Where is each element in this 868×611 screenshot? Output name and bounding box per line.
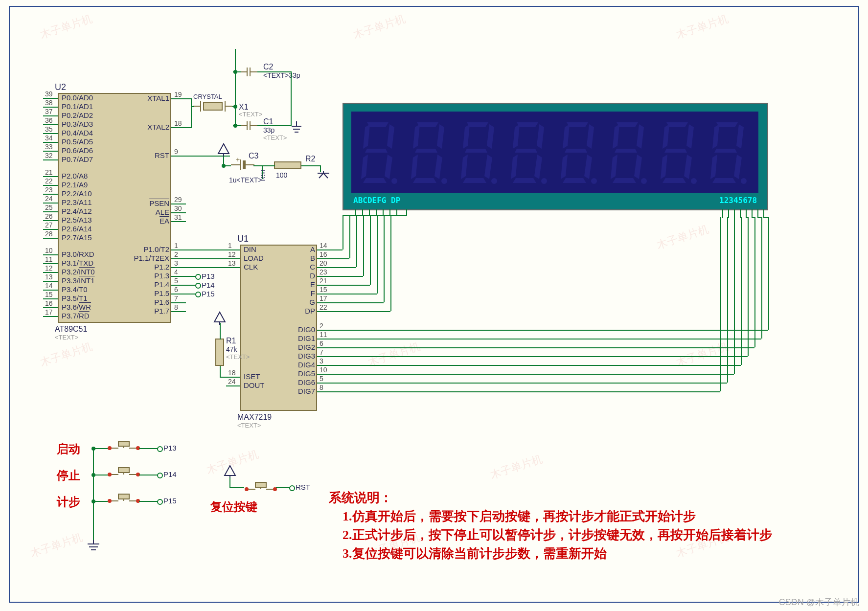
btn-stop-label: 停止	[57, 468, 80, 483]
pin-label: B	[310, 254, 315, 262]
pin-number: 21	[320, 277, 327, 285]
svg-marker-20	[461, 155, 468, 179]
c3-val: 1u<TEXT>	[229, 176, 262, 184]
pin-label: P3.2/INT0	[62, 268, 95, 276]
pin-number: 18	[174, 119, 182, 127]
pin-label: DIG4	[298, 361, 315, 369]
svg-marker-1	[387, 124, 394, 149]
svg-point-70	[108, 499, 112, 503]
svg-marker-2	[385, 155, 392, 179]
pin-number: 32	[45, 152, 53, 159]
pushbutton[interactable]	[107, 465, 141, 483]
pin-label: P2.0/A8	[62, 172, 88, 180]
pin-label: P3.6/WR	[62, 303, 91, 311]
svg-marker-29	[513, 124, 520, 149]
ground-icon	[86, 540, 101, 554]
seven-seg-digit	[610, 120, 644, 184]
svg-marker-41	[637, 124, 644, 149]
svg-marker-35	[563, 178, 586, 183]
pin-label: DIG3	[298, 352, 315, 360]
pushbutton[interactable]	[107, 438, 141, 457]
c3-ref: C3	[249, 152, 258, 160]
svg-marker-11	[413, 178, 436, 183]
mcu-text: <TEXT>	[55, 334, 78, 341]
pin-number: 17	[320, 294, 327, 302]
pin-label: P0.6/AD6	[62, 146, 93, 155]
pin-label: P1.1/T2EX	[134, 254, 169, 262]
btn-step-label: 计步	[57, 494, 80, 510]
pin-label: P0.0/AD0	[62, 93, 93, 102]
seven-seg-digit	[410, 120, 444, 184]
pin-number: 24	[45, 195, 53, 203]
pin-number: 20	[320, 259, 327, 267]
svg-marker-30	[515, 149, 537, 153]
pin-number: 18	[228, 369, 236, 377]
pin-label: EA	[160, 217, 169, 225]
pin-label: DIN	[244, 245, 256, 253]
r1-text: <TEXT>	[226, 353, 250, 361]
pin-label: XTAL1	[147, 94, 169, 102]
pin-number: 30	[174, 204, 182, 212]
resistor-r2	[274, 161, 301, 169]
svg-marker-24	[517, 122, 538, 127]
pin-number: 7	[320, 348, 323, 356]
pin-number: 14	[320, 242, 327, 249]
pin-number: 5	[320, 375, 323, 383]
pin-number: 17	[45, 308, 53, 316]
pin-label: P3.3/INT1	[62, 276, 95, 285]
net-p15: P15	[163, 497, 177, 505]
pin-label: P0.3/AD3	[62, 120, 93, 128]
pin-label: P2.6/A14	[62, 225, 92, 233]
svg-marker-58	[734, 155, 742, 179]
r2-ref: R2	[305, 155, 315, 163]
pushbutton[interactable]	[107, 491, 141, 510]
svg-marker-52	[661, 155, 667, 179]
pin-label: P0.5/AD5	[62, 137, 93, 146]
crystal	[193, 99, 232, 118]
pin-number: 1	[228, 242, 232, 249]
pin-label: DIG7	[298, 387, 315, 395]
pin-label: G	[309, 298, 315, 306]
pin-label: P3.5/T1	[62, 294, 88, 302]
pin-label: E	[310, 280, 315, 289]
svg-marker-45	[613, 124, 619, 149]
pin-number: 6	[174, 286, 178, 294]
pin-number: 9	[174, 148, 178, 156]
pin-number: 21	[45, 168, 53, 176]
ground-icon	[291, 121, 307, 137]
note-2: 2.正式计步后，按下停止可以暂停计步，计步按键无效，再按开始后接着计步	[343, 526, 772, 543]
svg-marker-28	[511, 155, 518, 179]
pin-label: P2.3/A11	[62, 198, 92, 206]
pin-number: 24	[228, 378, 236, 385]
svg-marker-12	[411, 155, 418, 179]
pin-label: DIG2	[298, 343, 315, 351]
svg-marker-62	[714, 149, 737, 153]
pin-label: ISET	[244, 372, 260, 381]
pin-label: RST	[155, 151, 169, 159]
net-p13: P13	[163, 444, 177, 452]
svg-marker-32	[567, 122, 588, 127]
pin-label: P1.2	[154, 263, 169, 271]
pin-label: DOUT	[244, 381, 265, 389]
pin-number: 13	[228, 259, 236, 267]
svg-marker-38	[565, 149, 587, 153]
pin-number: 2	[174, 250, 178, 258]
pushbutton[interactable]	[244, 479, 278, 498]
svg-rect-75	[255, 482, 266, 487]
svg-rect-66	[118, 441, 129, 446]
btn-start-label: 启动	[57, 441, 80, 457]
pin-number: 39	[45, 90, 53, 98]
driver-part: MAX7219	[237, 413, 272, 422]
svg-marker-16	[467, 122, 488, 127]
pin-number: 26	[45, 212, 53, 220]
svg-marker-4	[361, 155, 368, 179]
pin-label: P1.7	[154, 307, 169, 315]
svg-marker-21	[463, 124, 470, 149]
net-p14: P14	[163, 470, 177, 478]
pin-label: P2.5/A13	[62, 216, 92, 224]
pin-number: 10	[45, 247, 53, 254]
pin-label: DIG1	[298, 334, 315, 342]
svg-marker-37	[563, 124, 570, 149]
seg-labels: ABCDEFG DP	[353, 196, 400, 205]
mcu-part: AT89C51	[55, 325, 87, 334]
